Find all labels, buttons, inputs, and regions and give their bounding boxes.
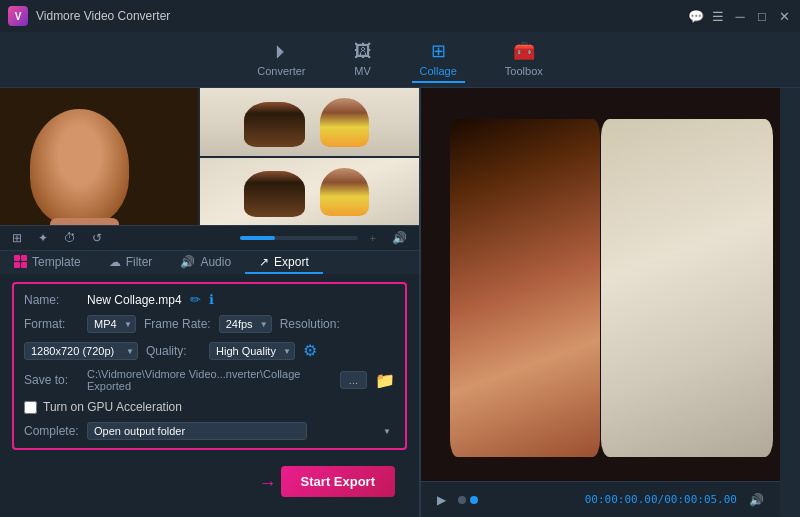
preview-thumbnail — [421, 88, 780, 481]
tab-export[interactable]: ↗ Export — [245, 251, 323, 274]
clock-btn[interactable]: ⏱ — [60, 229, 80, 247]
mv-icon: 🖼 — [354, 41, 372, 62]
right-preview-panel: ▶ 00:00:00.00/00:00:05.00 🔊 — [420, 88, 780, 517]
nav-toolbox[interactable]: 🧰 Toolbox — [497, 36, 551, 83]
left-video-thumb — [0, 88, 198, 225]
nav-collage-label: Collage — [420, 65, 457, 77]
template-icon — [14, 255, 27, 268]
arrow-icon: → — [259, 473, 277, 494]
name-row: Name: New Collage.mp4 ✏ ℹ — [24, 292, 395, 307]
saveto-label: Save to: — [24, 373, 79, 387]
folder-icon[interactable]: 📁 — [375, 371, 395, 390]
close-btn[interactable]: ✕ — [776, 8, 792, 24]
left-playback-controls: ⊞ ✦ ⏱ ↺ + 🔊 — [0, 225, 419, 250]
time-current: 00:00:00.00 — [585, 493, 658, 506]
refresh-btn[interactable]: ↺ — [88, 229, 106, 247]
message-btn[interactable]: 💬 — [688, 8, 704, 24]
toolbox-icon: 🧰 — [513, 40, 535, 62]
nav-collage[interactable]: ⊞ Collage — [412, 36, 465, 83]
start-export-button[interactable]: Start Export — [281, 466, 395, 497]
nav-mv-label: MV — [354, 65, 371, 77]
audio-icon: 🔊 — [180, 255, 195, 269]
playback-dots — [458, 496, 478, 504]
dot-1 — [458, 496, 466, 504]
time-total: 00:00:05.00 — [664, 493, 737, 506]
format-select[interactable]: MP4 — [87, 315, 136, 333]
right-volume-btn[interactable]: 🔊 — [745, 491, 768, 509]
tab-bar: Template ☁ Filter 🔊 Audio ↗ Export — [0, 250, 419, 274]
save-path: C:\Vidmore\Vidmore Video...nverter\Colla… — [87, 368, 332, 392]
name-label: Name: — [24, 293, 79, 307]
saveto-row: Save to: C:\Vidmore\Vidmore Video...nver… — [24, 368, 395, 414]
tab-export-label: Export — [274, 255, 309, 269]
nav-bar: ⏵ Converter 🖼 MV ⊞ Collage 🧰 Toolbox — [0, 32, 800, 88]
format-label: Format: — [24, 317, 79, 331]
tab-template[interactable]: Template — [0, 251, 95, 274]
right-play-btn[interactable]: ▶ — [433, 491, 450, 509]
top-right-video — [200, 88, 419, 158]
title-bar-left: V Vidmore Video Converter — [8, 6, 170, 26]
panels-row: ⊞ ✦ ⏱ ↺ + 🔊 — [0, 88, 800, 517]
col-right-videos — [200, 88, 419, 225]
info-icon[interactable]: ℹ — [209, 292, 214, 307]
nav-converter-label: Converter — [257, 65, 305, 77]
menu-btn[interactable]: ☰ — [710, 8, 726, 24]
gpu-checkbox[interactable] — [24, 401, 37, 414]
framerate-select-wrapper[interactable]: 24fps — [219, 315, 272, 333]
resolution-select-wrapper[interactable]: 1280x720 (720p) — [24, 342, 138, 360]
settings-border: Name: New Collage.mp4 ✏ ℹ Format: MP4 — [12, 282, 407, 450]
col-left-video — [0, 88, 200, 225]
right-playback-controls: ▶ 00:00:00.00/00:00:05.00 🔊 — [421, 481, 780, 517]
app-icon: V — [8, 6, 28, 26]
nav-converter[interactable]: ⏵ Converter — [249, 37, 313, 83]
gear-icon[interactable]: ⚙ — [303, 341, 317, 360]
resolution-label: Resolution: — [280, 317, 340, 331]
maximize-btn[interactable]: □ — [754, 8, 770, 24]
bottom-right-video — [200, 158, 419, 226]
quality-select[interactable]: High Quality — [209, 342, 295, 360]
framerate-select[interactable]: 24fps — [219, 315, 272, 333]
collage-icon: ⊞ — [431, 40, 446, 62]
gpu-checkbox-label[interactable]: Turn on GPU Acceleration — [24, 400, 182, 414]
left-panel: ⊞ ✦ ⏱ ↺ + 🔊 — [0, 88, 420, 517]
resolution-select[interactable]: 1280x720 (720p) — [24, 342, 138, 360]
star-btn[interactable]: ✦ — [34, 229, 52, 247]
bottom-right-thumb — [200, 158, 419, 226]
filter-icon: ☁ — [109, 255, 121, 269]
edit-icon[interactable]: ✏ — [190, 292, 201, 307]
browse-button[interactable]: ... — [340, 371, 367, 389]
complete-select[interactable]: Open output folder — [87, 422, 307, 440]
tab-filter-label: Filter — [126, 255, 153, 269]
minimize-btn[interactable]: ─ — [732, 8, 748, 24]
tab-audio-label: Audio — [200, 255, 231, 269]
export-icon: ↗ — [259, 255, 269, 269]
right-preview-video — [421, 88, 780, 481]
gpu-label: Turn on GPU Acceleration — [43, 400, 182, 414]
dot-2 — [470, 496, 478, 504]
main-layout: ⊞ ✦ ⏱ ↺ + 🔊 — [0, 88, 800, 517]
tab-audio[interactable]: 🔊 Audio — [166, 251, 245, 274]
playhead-indicator: + — [370, 232, 376, 244]
volume-control[interactable]: 🔊 — [388, 229, 411, 247]
title-bar: V Vidmore Video Converter 💬 ☰ ─ □ ✕ — [0, 0, 800, 32]
quality-label: Quality: — [146, 344, 201, 358]
settings-area: Name: New Collage.mp4 ✏ ℹ Format: MP4 — [0, 274, 419, 517]
app-title: Vidmore Video Converter — [36, 9, 170, 23]
export-row: → Start Export — [12, 458, 407, 509]
window-controls: 💬 ☰ ─ □ ✕ — [688, 8, 792, 24]
quality-select-wrapper[interactable]: High Quality — [209, 342, 295, 360]
format-row: Format: MP4 Frame Rate: 24fps Re — [24, 315, 395, 360]
complete-select-wrapper[interactable]: Open output folder — [87, 422, 395, 440]
progress-bar[interactable] — [240, 236, 358, 240]
top-right-thumb — [200, 88, 419, 156]
complete-row: Complete: Open output folder — [24, 422, 395, 440]
tab-filter[interactable]: ☁ Filter — [95, 251, 167, 274]
layout-btn[interactable]: ⊞ — [8, 229, 26, 247]
time-display: 00:00:00.00/00:00:05.00 — [585, 493, 737, 506]
format-select-wrapper[interactable]: MP4 — [87, 315, 136, 333]
name-value: New Collage.mp4 — [87, 293, 182, 307]
nav-toolbox-label: Toolbox — [505, 65, 543, 77]
complete-label: Complete: — [24, 424, 79, 438]
nav-mv[interactable]: 🖼 MV — [346, 37, 380, 83]
converter-icon: ⏵ — [272, 41, 290, 62]
